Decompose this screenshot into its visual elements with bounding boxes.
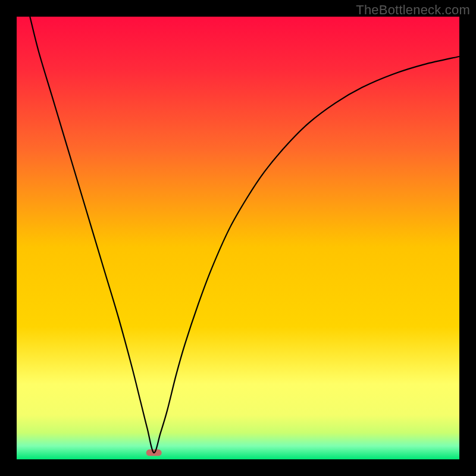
plot-svg bbox=[17, 17, 459, 459]
plot-area bbox=[17, 17, 459, 459]
chart-frame: TheBottleneck.com bbox=[0, 0, 476, 476]
watermark-text: TheBottleneck.com bbox=[356, 2, 470, 18]
background-gradient bbox=[17, 17, 459, 459]
